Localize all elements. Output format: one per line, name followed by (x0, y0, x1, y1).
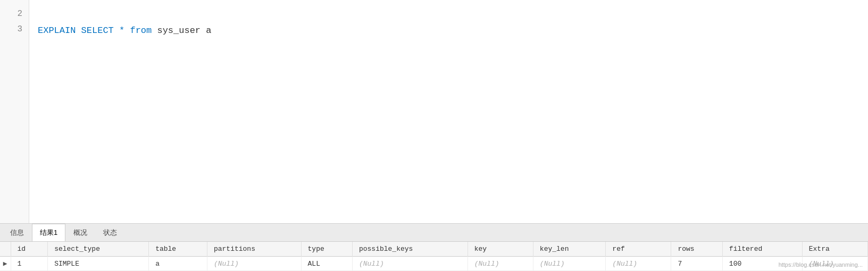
line-number-2: 2 (0, 6, 29, 22)
cell-id: 1 (11, 257, 48, 271)
th-partitions: partitions (207, 242, 301, 257)
tab-overview-label: 概况 (73, 228, 87, 238)
code-line-2 (38, 6, 859, 23)
cell-key: (Null) (468, 257, 533, 271)
th-key: key (468, 242, 533, 257)
code-editor: 2 3 EXPLAIN SELECT * from sys_user a (0, 0, 868, 223)
code-line-3: EXPLAIN SELECT * from sys_user a (38, 23, 859, 39)
tab-results1-label: 结果1 (40, 228, 57, 238)
th-table: table (149, 242, 207, 257)
keyword-explain: EXPLAIN SELECT * (38, 26, 130, 36)
th-ref: ref (606, 242, 671, 257)
watermark: https://blog.csdn.net/yuanming... (779, 261, 863, 268)
th-id: id (11, 242, 48, 257)
tab-info-label: 信息 (10, 228, 24, 238)
row-indicator: ▶ (0, 257, 11, 271)
th-indicator (0, 242, 11, 257)
th-possible-keys: possible_keys (352, 242, 468, 257)
th-select-type: select_type (48, 242, 149, 257)
table-row: ▶ 1 SIMPLE a (Null) ALL (Null) (Null) (N… (0, 257, 868, 271)
tab-status-label: 状态 (103, 228, 117, 238)
tab-results1[interactable]: 结果1 (32, 224, 65, 241)
keyword-from: from (130, 26, 152, 36)
cell-ref: (Null) (606, 257, 671, 271)
th-filtered: filtered (722, 242, 802, 257)
line-numbers: 2 3 (0, 0, 29, 223)
cell-rows: 7 (671, 257, 722, 271)
results-table-wrapper[interactable]: id select_type table partitions type pos… (0, 242, 868, 271)
tabs-bar: 信息 结果1 概况 状态 (0, 224, 868, 242)
bottom-panel: 信息 结果1 概况 状态 id select_type table partit… (0, 223, 868, 271)
tab-overview[interactable]: 概况 (65, 224, 95, 241)
cell-table: a (149, 257, 207, 271)
code-table-ref: sys_user a (152, 26, 211, 36)
tab-status[interactable]: 状态 (95, 224, 125, 241)
cell-partitions: (Null) (207, 257, 301, 271)
code-content[interactable]: EXPLAIN SELECT * from sys_user a (29, 0, 868, 223)
results-table: id select_type table partitions type pos… (0, 242, 868, 271)
th-type: type (301, 242, 352, 257)
tab-info[interactable]: 信息 (2, 224, 32, 241)
cell-possible-keys: (Null) (352, 257, 468, 271)
th-extra: Extra (802, 242, 867, 257)
th-rows: rows (671, 242, 722, 257)
cell-type: ALL (301, 257, 352, 271)
cell-select-type: SIMPLE (48, 257, 149, 271)
th-key-len: key_len (533, 242, 606, 257)
table-header-row: id select_type table partitions type pos… (0, 242, 868, 257)
cell-key-len: (Null) (533, 257, 606, 271)
line-number-3: 3 (0, 22, 29, 37)
